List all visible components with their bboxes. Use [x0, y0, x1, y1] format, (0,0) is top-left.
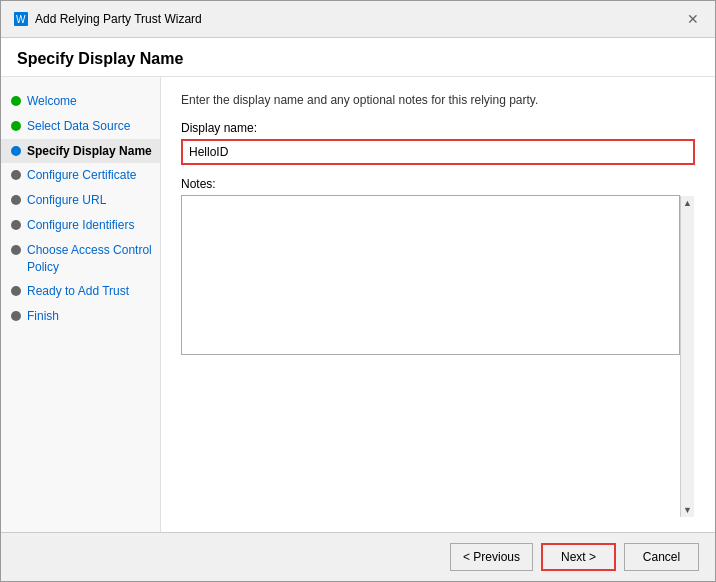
instruction-text: Enter the display name and any optional … — [181, 93, 695, 107]
page-header: Specify Display Name — [1, 38, 715, 77]
step-label-choose-access-control: Choose Access Control Policy — [27, 242, 152, 276]
step-item-finish: Finish — [1, 304, 160, 329]
display-name-group: Display name: — [181, 121, 695, 165]
display-name-input[interactable] — [181, 139, 695, 165]
scrollbar[interactable]: ▲ ▼ — [680, 196, 694, 517]
previous-button[interactable]: < Previous — [450, 543, 533, 571]
step-dot-choose-access-control — [11, 245, 21, 255]
step-dot-configure-url — [11, 195, 21, 205]
step-label-configure-identifiers: Configure Identifiers — [27, 217, 134, 234]
step-label-specify-display-name: Specify Display Name — [27, 143, 152, 160]
step-dot-specify-display-name — [11, 146, 21, 156]
close-button[interactable]: ✕ — [683, 9, 703, 29]
notes-label: Notes: — [181, 177, 695, 191]
step-dot-configure-identifiers — [11, 220, 21, 230]
step-label-finish: Finish — [27, 308, 59, 325]
step-dot-configure-certificate — [11, 170, 21, 180]
cancel-button[interactable]: Cancel — [624, 543, 699, 571]
step-item-specify-display-name: Specify Display Name — [1, 139, 160, 164]
svg-text:W: W — [16, 14, 26, 25]
step-item-configure-identifiers: Configure Identifiers — [1, 213, 160, 238]
step-label-welcome: Welcome — [27, 93, 77, 110]
step-label-ready-to-add: Ready to Add Trust — [27, 283, 129, 300]
notes-textarea[interactable] — [181, 195, 680, 355]
wizard-icon: W — [13, 11, 29, 27]
step-item-select-data-source: Select Data Source — [1, 114, 160, 139]
scroll-down-icon: ▼ — [683, 505, 692, 515]
step-item-configure-url: Configure URL — [1, 188, 160, 213]
title-bar: W Add Relying Party Trust Wizard ✕ — [1, 1, 715, 38]
step-dot-finish — [11, 311, 21, 321]
step-label-configure-url: Configure URL — [27, 192, 106, 209]
scroll-up-icon: ▲ — [683, 198, 692, 208]
next-button[interactable]: Next > — [541, 543, 616, 571]
step-item-welcome: Welcome — [1, 89, 160, 114]
step-dot-select-data-source — [11, 121, 21, 131]
step-item-choose-access-control: Choose Access Control Policy — [1, 238, 160, 280]
notes-wrapper: ▲ ▼ — [181, 195, 695, 516]
title-text: Add Relying Party Trust Wizard — [35, 12, 202, 26]
step-item-ready-to-add: Ready to Add Trust — [1, 279, 160, 304]
display-name-label: Display name: — [181, 121, 695, 135]
step-dot-welcome — [11, 96, 21, 106]
footer: < Previous Next > Cancel — [1, 532, 715, 581]
steps-panel: Welcome Select Data Source Specify Displ… — [1, 77, 161, 532]
title-bar-left: W Add Relying Party Trust Wizard — [13, 11, 202, 27]
step-label-configure-certificate: Configure Certificate — [27, 167, 136, 184]
content-area: Welcome Select Data Source Specify Displ… — [1, 77, 715, 532]
step-dot-ready-to-add — [11, 286, 21, 296]
step-label-select-data-source: Select Data Source — [27, 118, 130, 135]
step-item-configure-certificate: Configure Certificate — [1, 163, 160, 188]
page-title: Specify Display Name — [17, 50, 699, 68]
main-panel: Enter the display name and any optional … — [161, 77, 715, 532]
dialog-window: W Add Relying Party Trust Wizard ✕ Speci… — [0, 0, 716, 582]
